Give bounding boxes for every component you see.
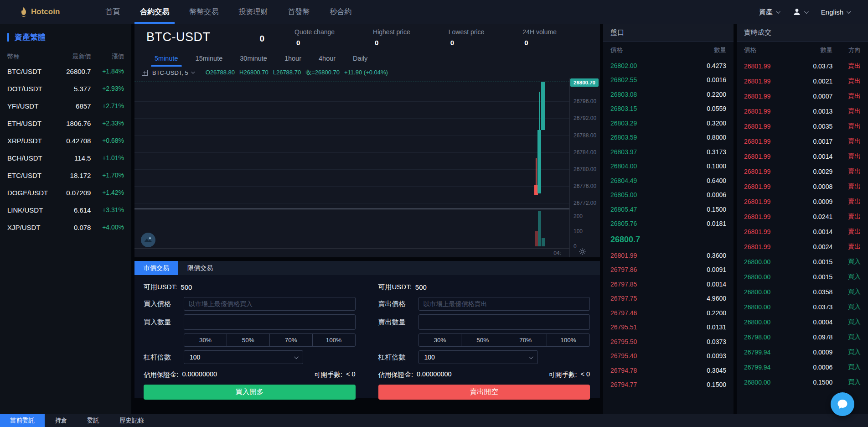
buy-open-long-button[interactable]: 買入開多 <box>144 385 356 400</box>
sell-percent-100%[interactable]: 100% <box>547 333 590 347</box>
asset-row[interactable]: YFI/USDT6857+2.71% <box>7 97 124 115</box>
asset-pair: ETC/USDT <box>7 172 52 179</box>
bottom-tab-當前委託[interactable]: 當前委託 <box>0 414 45 427</box>
buy-percent-50%[interactable]: 50% <box>227 333 270 347</box>
orderbook-panel: 盤口 價格數量 26802.000.427326802.550.00162680… <box>603 24 734 414</box>
asset-pair: ETH/USDT <box>7 120 52 127</box>
ask-row[interactable]: 26803.290.3200 <box>603 116 734 130</box>
timeframe-Daily[interactable]: Daily <box>353 50 367 67</box>
trade-row: 26801.990.0014賣出 <box>737 224 868 239</box>
sell-open-short-button[interactable]: 賣出開空 <box>378 385 590 400</box>
trade-price: 26801.99 <box>744 243 792 250</box>
ask-row[interactable]: 26804.000.1000 <box>603 159 734 174</box>
trade-row: 26801.990.0035賣出 <box>737 119 868 134</box>
sell-leverage-select[interactable]: 100 <box>418 350 538 364</box>
trade-row: 26800.000.0015買入 <box>737 254 868 269</box>
stat-value: 0 <box>294 39 335 47</box>
ask-price: 26805.76 <box>610 220 668 227</box>
trade-tab-限價交易[interactable]: 限價交易 <box>178 261 222 275</box>
user-menu[interactable] <box>793 8 807 16</box>
bottom-tab-持倉[interactable]: 持倉 <box>45 414 77 427</box>
nav-item-合約交易[interactable]: 合約交易 <box>130 0 179 24</box>
ask-qty: 0.1000 <box>668 162 726 170</box>
nav-item-首頁[interactable]: 首頁 <box>95 0 130 24</box>
asset-row[interactable]: ETC/USDT18.172+1.70% <box>7 167 124 184</box>
sell-percent-buttons: 30%50%70%100% <box>418 333 590 347</box>
asset-row[interactable]: XRP/USDT0.42708+0.68% <box>7 132 124 149</box>
trade-price: 26801.99 <box>744 213 792 220</box>
asset-row[interactable]: DOT/USDT5.377+2.93% <box>7 80 124 97</box>
language-menu[interactable]: English <box>821 8 850 16</box>
buy-percent-70%[interactable]: 70% <box>269 333 313 347</box>
brand-logo[interactable]: Hotcoin <box>20 0 60 24</box>
bid-row[interactable]: 26797.850.0014 <box>603 277 734 292</box>
nav-item-首發幣[interactable]: 首發幣 <box>278 0 320 24</box>
asset-row[interactable]: BCH/USDT114.5+1.01% <box>7 149 124 167</box>
ask-row[interactable]: 26802.000.4273 <box>603 58 734 73</box>
ask-row[interactable]: 26805.000.0006 <box>603 188 734 203</box>
asset-pair: DOT/USDT <box>7 85 52 93</box>
trade-qty: 0.0015 <box>792 273 832 281</box>
ask-row[interactable]: 26802.550.0016 <box>603 73 734 88</box>
trade-panel: 市價交易限價交易 可用USDT:500 買入價格 買入數量 30%50%7 <box>134 261 600 398</box>
buy-qty-input[interactable] <box>184 314 356 330</box>
timeframe-4hour[interactable]: 4hour <box>319 50 336 67</box>
sell-lots: 可開手數:< 0 <box>548 370 590 379</box>
trade-qty: 0.0009 <box>792 198 832 205</box>
bid-row[interactable]: 26794.780.3045 <box>603 363 734 378</box>
ask-row[interactable]: 26803.970.3173 <box>603 145 734 159</box>
timeframe-1hour[interactable]: 1hour <box>284 50 301 67</box>
bid-row[interactable]: 26794.770.1500 <box>603 378 734 392</box>
asset-row[interactable]: ETH/USDT1806.76+2.33% <box>7 115 124 132</box>
compare-symbol-icon[interactable] <box>142 70 148 76</box>
ask-row[interactable]: 26805.760.0181 <box>603 217 734 231</box>
bid-row[interactable]: 26795.400.0093 <box>603 349 734 364</box>
stat-value: 0 <box>373 39 410 47</box>
bid-row[interactable]: 26795.510.0131 <box>603 320 734 335</box>
bid-row[interactable]: 26797.460.2200 <box>603 306 734 320</box>
sell-percent-70%[interactable]: 70% <box>504 333 547 347</box>
asset-row[interactable]: LINK/USDT6.614+3.31% <box>7 201 124 219</box>
asset-row[interactable]: BTC/USDT26800.7+1.84% <box>7 62 124 80</box>
assets-menu[interactable]: 資產 <box>759 8 779 16</box>
ask-row[interactable]: 26803.080.2200 <box>603 87 734 102</box>
bid-row[interactable]: 26795.500.0373 <box>603 334 734 349</box>
sell-price-input[interactable] <box>418 297 590 311</box>
buy-percent-30%[interactable]: 30% <box>184 333 227 347</box>
ask-row[interactable]: 26803.590.8000 <box>603 130 734 145</box>
ask-row[interactable]: 26803.150.0559 <box>603 102 734 116</box>
asset-price: 0.42708 <box>52 137 91 145</box>
buy-price-input[interactable] <box>184 297 356 311</box>
bottom-tab-歷史記錄[interactable]: 歷史記錄 <box>109 414 154 427</box>
buy-leverage-select[interactable]: 100 <box>184 350 303 364</box>
trade-qty: 0.0024 <box>792 243 832 250</box>
timeframe-30minute[interactable]: 30minute <box>240 50 267 67</box>
asset-row[interactable]: XJP/USDT0.078+4.00% <box>7 219 124 236</box>
timeframe-5minute[interactable]: 5minute <box>155 50 178 67</box>
ask-row[interactable]: 26804.490.6400 <box>603 173 734 188</box>
trade-row: 26801.990.0008賣出 <box>737 179 868 194</box>
chart-symbol-dropdown[interactable]: BTC-USDT, 5 <box>152 69 194 76</box>
buy-percent-100%[interactable]: 100% <box>312 333 356 347</box>
sell-qty-input[interactable] <box>418 314 590 330</box>
bottom-tab-委託[interactable]: 委託 <box>77 414 109 427</box>
sell-percent-50%[interactable]: 50% <box>461 333 504 347</box>
nav-item-秒合約[interactable]: 秒合約 <box>320 0 362 24</box>
chat-support-button[interactable] <box>831 392 854 416</box>
bid-row[interactable]: 26797.860.0091 <box>603 263 734 277</box>
trade-row: 26800.000.0358買入 <box>737 284 868 299</box>
nav-item-幣幣交易[interactable]: 幣幣交易 <box>179 0 228 24</box>
ask-row[interactable]: 26805.470.1500 <box>603 202 734 217</box>
ask-qty: 0.8000 <box>668 134 726 141</box>
chart-settings-icon[interactable] <box>579 248 586 256</box>
sell-percent-30%[interactable]: 30% <box>418 333 462 347</box>
asset-list: BTC/USDT26800.7+1.84%DOT/USDT5.377+2.93%… <box>7 62 124 236</box>
bid-row[interactable]: 26801.990.3600 <box>603 248 734 263</box>
trade-tab-市價交易[interactable]: 市價交易 <box>134 261 178 275</box>
timeframe-15minute[interactable]: 15minute <box>196 50 223 67</box>
nav-item-投资理财[interactable]: 投资理财 <box>228 0 278 24</box>
bid-row[interactable]: 26797.754.9600 <box>603 292 734 306</box>
grid-line <box>134 118 569 119</box>
ohlc-part: +11.90 (+0.04%) <box>344 69 388 76</box>
asset-row[interactable]: DOGE/USDT0.07209+1.42% <box>7 184 124 201</box>
